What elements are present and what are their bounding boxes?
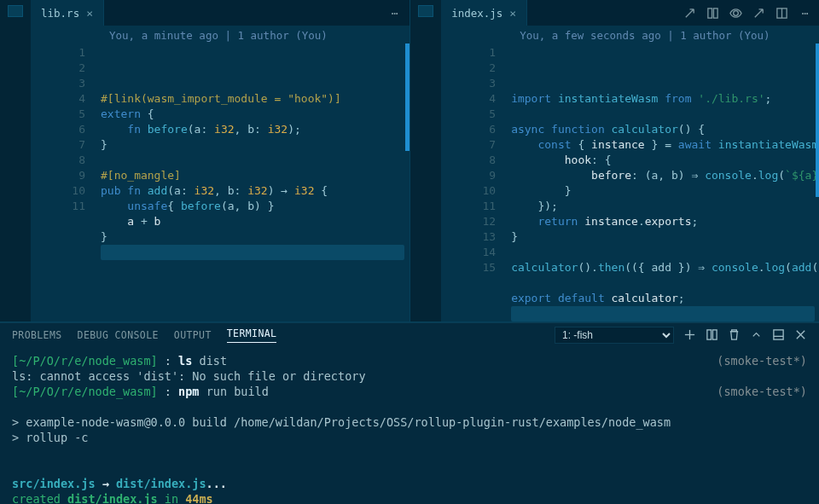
git-annotation-left: You, a minute ago | 1 author (You) xyxy=(31,26,410,43)
toggle-panel-icon[interactable] xyxy=(771,328,785,342)
svg-point-2 xyxy=(734,10,739,15)
preview-icon[interactable] xyxy=(729,7,742,20)
tab-bar-right: index.js × ⋯ xyxy=(441,0,819,26)
open-changes-icon[interactable] xyxy=(683,7,696,20)
git-annotation-right: You, a few seconds ago | 1 author (You) xyxy=(441,26,819,43)
svg-rect-1 xyxy=(714,8,718,17)
kill-terminal-icon[interactable] xyxy=(727,328,741,342)
tab-actions-right: ⋯ xyxy=(675,0,819,26)
terminal-body[interactable]: [~/P/O/r/e/node_wasm] : ls dist(smoke-te… xyxy=(0,346,819,504)
svg-rect-0 xyxy=(708,8,712,17)
editor-right: index.js × ⋯ You, a few seconds ago | 1 … xyxy=(441,0,819,322)
line-gutter-left: 1234567891011 xyxy=(31,43,101,322)
code-body-right[interactable]: import instantiateWasm from './lib.rs';a… xyxy=(511,43,819,322)
editor-split: lib.rs × ⋯ You, a minute ago | 1 author … xyxy=(31,0,819,322)
more-icon[interactable]: ⋯ xyxy=(799,7,811,20)
new-terminal-icon[interactable] xyxy=(682,328,696,342)
terminal-select[interactable]: 1: -fish xyxy=(555,327,674,344)
tab-label: lib.rs xyxy=(41,7,79,20)
layout-icon[interactable] xyxy=(775,7,788,20)
activity-bar xyxy=(0,0,31,322)
panel-tab-debug[interactable]: DEBUG CONSOLE xyxy=(78,329,159,341)
tab-index-js[interactable]: index.js × xyxy=(441,0,527,26)
tab-label: index.js xyxy=(451,7,502,20)
close-icon[interactable]: × xyxy=(86,7,93,20)
svg-rect-9 xyxy=(773,330,782,339)
tab-bar-left: lib.rs × ⋯ xyxy=(31,0,410,26)
bottom-panel: PROBLEMS DEBUG CONSOLE OUTPUT TERMINAL 1… xyxy=(0,322,819,504)
minimap-strip-right xyxy=(410,0,441,322)
editor-left: lib.rs × ⋯ You, a minute ago | 1 author … xyxy=(31,0,410,322)
close-icon[interactable]: × xyxy=(509,7,516,20)
minimap-thumb-right[interactable] xyxy=(418,5,433,17)
run-icon[interactable] xyxy=(752,7,765,20)
panel-tab-problems[interactable]: PROBLEMS xyxy=(12,329,62,341)
tab-actions-left: ⋯ xyxy=(380,0,410,26)
close-panel-icon[interactable] xyxy=(793,328,807,342)
more-icon[interactable]: ⋯ xyxy=(388,7,401,20)
tab-lib-rs[interactable]: lib.rs × xyxy=(31,0,104,26)
minimap-thumb-left[interactable] xyxy=(8,5,23,17)
panel-tab-terminal[interactable]: TERMINAL xyxy=(227,327,277,343)
split-icon[interactable] xyxy=(706,7,719,20)
split-terminal-icon[interactable] xyxy=(705,328,718,342)
svg-rect-8 xyxy=(712,330,717,339)
overview-ruler xyxy=(405,43,410,151)
panel-tab-output[interactable]: OUTPUT xyxy=(174,329,212,341)
panel-tabbar: PROBLEMS DEBUG CONSOLE OUTPUT TERMINAL 1… xyxy=(0,322,819,346)
code-body-left[interactable]: #[link(wasm_import_module = "hook")]exte… xyxy=(101,43,410,322)
svg-rect-7 xyxy=(706,330,711,339)
line-gutter-right: 123456789101112131415 xyxy=(441,43,511,322)
maximize-panel-icon[interactable] xyxy=(749,328,763,342)
overview-ruler xyxy=(816,43,819,197)
